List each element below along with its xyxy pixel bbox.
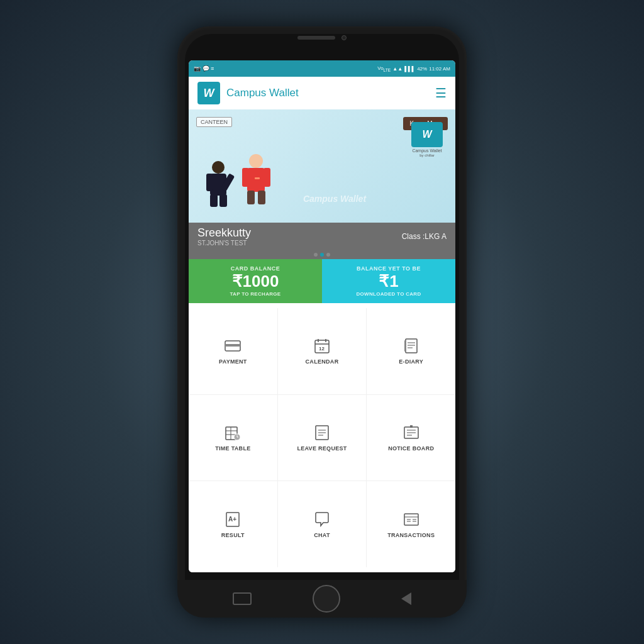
banner-right-logo: W Campus Walletby chillar [411, 122, 443, 157]
phone-top-hardware [297, 35, 347, 40]
calendar-icon: 12 [313, 337, 331, 355]
phone-bottom-nav [177, 580, 467, 618]
app-header: W Campus Wallet ☰ [189, 77, 455, 109]
svg-rect-2 [206, 174, 213, 191]
status-icons: 📷 💬 ≡ [194, 65, 214, 72]
status-bar: 📷 💬 ≡ VoLTE ▲▲ ▌▌▌ 42% 11:02 AM [189, 60, 455, 77]
svg-rect-8 [242, 168, 249, 187]
camera [341, 35, 347, 40]
banner-illustration [201, 153, 274, 210]
svg-point-6 [249, 154, 263, 168]
noticeboard-label: NOTICE BOARD [388, 445, 434, 452]
menu-item-result[interactable]: A+ RESULT [189, 481, 278, 567]
payment-label: PAYMENT [219, 358, 247, 365]
card-balance-amount: ₹1000 [197, 272, 313, 291]
menu-item-payment[interactable]: PAYMENT [189, 308, 278, 394]
app-title: Campus Wallet [226, 87, 429, 99]
phone-device: 📷 💬 ≡ VoLTE ▲▲ ▌▌▌ 42% 11:02 AM W Campus… [177, 26, 467, 618]
svg-text:A+: A+ [228, 516, 236, 523]
back-button[interactable] [401, 592, 411, 605]
svg-rect-5 [219, 194, 227, 207]
pending-balance[interactable]: BALANCE YET TO BE ₹1 DOWNLOADED TO CARD [322, 259, 455, 303]
chat-icon [313, 511, 331, 528]
svg-rect-20 [406, 339, 417, 353]
leaverequest-icon [313, 424, 331, 441]
carousel-dots [189, 250, 455, 259]
hamburger-menu-icon[interactable]: ☰ [435, 86, 447, 101]
user-details: Sreekkutty ST.JOHN'S TEST [197, 226, 251, 247]
card-balance[interactable]: CARD BALANCE ₹1000 TAP TO RECHARGE [189, 259, 322, 303]
promo-banner: CANTEEN Know More [189, 109, 455, 223]
speaker [297, 36, 335, 40]
menu-row-2: TIME TABLE LEAVE REQUEST [189, 395, 455, 482]
logo-text: W [204, 87, 214, 100]
timetable-label: TIME TABLE [215, 445, 250, 452]
svg-point-0 [212, 161, 225, 174]
banner-content: CANTEEN Know More [189, 109, 455, 223]
status-bar-right: VoLTE ▲▲ ▌▌▌ 42% 11:02 AM [377, 65, 450, 72]
menu-row-1: PAYMENT 12 CALENDAR [189, 308, 455, 395]
calendar-label: CALENDAR [306, 358, 339, 365]
card-balance-label: CARD BALANCE [197, 265, 313, 272]
teacher-figure [239, 153, 274, 210]
svg-rect-12 [255, 177, 260, 179]
pending-balance-sub: DOWNLOADED TO CARD [331, 291, 447, 297]
home-button[interactable] [313, 585, 340, 613]
dot-1 [314, 253, 318, 257]
svg-rect-7 [247, 168, 265, 192]
card-balance-sub: TAP TO RECHARGE [197, 291, 313, 297]
ediary-icon [402, 337, 420, 355]
menu-grid: PAYMENT 12 CALENDAR [189, 303, 455, 572]
leaverequest-label: LEAVE REQUEST [297, 445, 347, 452]
svg-rect-10 [247, 191, 255, 204]
student-figure [201, 160, 236, 210]
menu-row-3: A+ RESULT CHAT [189, 481, 455, 567]
phone-screen-area: 📷 💬 ≡ VoLTE ▲▲ ▌▌▌ 42% 11:02 AM W Campus… [185, 34, 459, 610]
balance-section: CARD BALANCE ₹1000 TAP TO RECHARGE BALAN… [189, 259, 455, 303]
user-class: Class :LKG A [402, 232, 447, 241]
menu-item-leaverequest[interactable]: LEAVE REQUEST [278, 395, 367, 481]
menu-item-chat[interactable]: CHAT [278, 481, 367, 567]
canteen-tag: CANTEEN [196, 117, 232, 127]
chat-label: CHAT [314, 532, 330, 538]
svg-rect-9 [264, 168, 270, 187]
result-icon: A+ [224, 511, 242, 528]
banner-watermark: Campus Wallet [303, 194, 366, 204]
svg-rect-4 [210, 194, 218, 207]
payment-icon [224, 337, 242, 355]
pending-balance-amount: ₹1 [331, 272, 447, 291]
pending-balance-label: BALANCE YET TO BE [331, 265, 447, 272]
signal-bars: ▌▌▌ [404, 66, 415, 72]
svg-text:12: 12 [319, 346, 325, 352]
timetable-icon [224, 424, 242, 441]
signal-icon: VoLTE [377, 65, 391, 72]
dot-2[interactable] [320, 253, 324, 257]
transactions-icon [402, 511, 420, 528]
user-school: ST.JOHN'S TEST [197, 240, 251, 247]
noticeboard-icon [402, 424, 420, 441]
menu-item-transactions[interactable]: TRANSACTIONS [367, 481, 455, 567]
wifi-icon: ▲▲ [392, 66, 402, 72]
menu-item-timetable[interactable]: TIME TABLE [189, 395, 278, 481]
user-info-bar: Sreekkutty ST.JOHN'S TEST Class :LKG A [189, 223, 455, 250]
app-screen: 📷 💬 ≡ VoLTE ▲▲ ▌▌▌ 42% 11:02 AM W Campus… [189, 60, 455, 572]
result-label: RESULT [221, 532, 245, 538]
user-name: Sreekkutty [197, 226, 251, 240]
recent-apps-button[interactable] [233, 592, 252, 605]
dot-3 [326, 253, 330, 257]
menu-item-calendar[interactable]: 12 CALENDAR [278, 308, 367, 394]
svg-rect-24 [404, 340, 406, 352]
svg-rect-11 [258, 191, 265, 204]
menu-item-ediary[interactable]: E-DIARY [367, 308, 455, 394]
status-bar-left: 📷 💬 ≡ [194, 65, 214, 72]
ediary-label: E-DIARY [399, 358, 423, 365]
menu-item-noticeboard[interactable]: NOTICE BOARD [367, 395, 455, 481]
svg-rect-14 [225, 344, 240, 347]
time-display: 11:02 AM [429, 66, 450, 72]
canteen-label: CANTEEN [201, 119, 228, 125]
battery-level: 42% [417, 66, 427, 72]
app-logo: W [197, 82, 220, 104]
transactions-label: TRANSACTIONS [387, 532, 435, 538]
